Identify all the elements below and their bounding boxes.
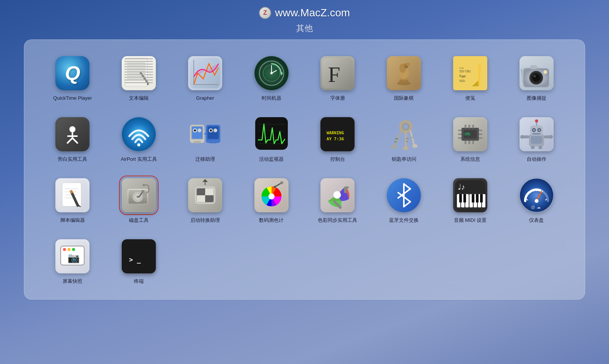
svg-rect-182 <box>459 194 462 202</box>
fontbook-icon: F <box>320 56 355 90</box>
startupdisk-icon-wrap <box>186 176 224 214</box>
svg-text:Log: Log <box>459 66 464 69</box>
keychain-icon <box>387 117 421 151</box>
screenshot-label: 屏幕快照 <box>63 278 82 285</box>
app-item-quicktime[interactable]: QuickTime Player <box>39 51 106 105</box>
svg-rect-91 <box>410 137 413 138</box>
svg-point-164 <box>333 191 341 199</box>
colorimeter-label: 数码测色计 <box>259 217 284 224</box>
svg-rect-58 <box>193 141 201 143</box>
macz-url: www.MacZ.com <box>275 7 350 19</box>
svg-point-114 <box>533 129 535 131</box>
colorimeter-icon <box>254 178 289 212</box>
svg-point-200 <box>67 248 71 251</box>
airport-icon <box>122 117 156 151</box>
svg-rect-87 <box>406 138 409 139</box>
apps-grid: QuickTime Player 文本编辑 <box>39 51 570 288</box>
activitymonitor-icon-wrap <box>253 115 290 153</box>
app-item-chess[interactable]: 国际象棋 <box>371 51 437 105</box>
colorimeter-icon-wrap <box>253 176 290 214</box>
app-item-diskutility[interactable]: 磁盘工具 <box>106 173 172 227</box>
audiomidi-icon: ♩♪ <box>453 178 487 212</box>
app-item-imagecapture[interactable]: 图像捕捉 <box>503 51 570 105</box>
scripteditor-icon-wrap <box>53 176 91 214</box>
app-item-startupdisk[interactable]: 启动转换助理 <box>172 173 239 227</box>
app-item-accessibility[interactable]: 旁白实用工具 <box>39 112 106 166</box>
svg-rect-124 <box>532 133 541 135</box>
app-item-bluetooth[interactable]: 蓝牙文件交换 <box>371 173 437 227</box>
grapher-icon-wrap <box>186 54 224 92</box>
top-bar: Z www.MacZ.com <box>259 7 350 19</box>
svg-rect-95 <box>468 125 470 128</box>
svg-text:CPU: CPU <box>465 133 470 136</box>
app-item-automator[interactable]: 自动操作 <box>503 112 570 166</box>
app-item-grapher[interactable]: Grapher <box>172 51 239 105</box>
colorsync-icon <box>320 178 355 212</box>
app-item-colorsync[interactable]: 色彩同步实用工具 <box>304 173 371 227</box>
app-item-dashboard[interactable]: @ ☁ 仪表盘 <box>503 173 570 227</box>
app-item-timemachine[interactable]: 时间机器 <box>238 51 304 105</box>
grapher-label: Grapher <box>196 95 214 102</box>
timemachine-label: 时间机器 <box>262 95 281 102</box>
svg-point-146 <box>143 192 147 196</box>
audiomidi-icon-wrap: ♩♪ <box>451 176 489 214</box>
svg-point-115 <box>538 129 540 131</box>
app-item-audiomidi[interactable]: ♩♪ 音频 MID <box>437 173 504 227</box>
svg-point-44 <box>532 74 540 82</box>
svg-point-62 <box>194 129 196 132</box>
app-item-fontbook[interactable]: F 字体册 <box>304 51 371 105</box>
svg-rect-186 <box>480 194 483 202</box>
svg-rect-185 <box>476 194 479 202</box>
app-item-migration[interactable]: 迁移助理 <box>172 112 239 166</box>
app-item-activitymonitor[interactable]: 活动监视器 <box>238 112 304 166</box>
svg-point-70 <box>210 129 212 132</box>
svg-point-82 <box>391 145 397 149</box>
svg-point-80 <box>403 124 409 130</box>
macz-logo-icon: Z <box>259 7 271 19</box>
svg-rect-99 <box>472 141 474 144</box>
bluetooth-icon <box>387 178 421 212</box>
svg-rect-84 <box>394 141 397 143</box>
app-item-terminal[interactable]: > _ 终端 <box>106 234 172 288</box>
svg-point-199 <box>63 248 66 251</box>
app-item-console[interactable]: WARNING AY 7:36 控制台 <box>304 112 371 166</box>
grapher-icon <box>188 56 222 90</box>
svg-point-117 <box>535 119 538 122</box>
svg-rect-183 <box>463 194 466 202</box>
app-item-sysinfo[interactable]: CPU 系统信息 <box>437 112 504 166</box>
console-icon-wrap: WARNING AY 7:36 <box>319 115 356 153</box>
app-item-airport[interactable]: AirPort 实用工具 <box>106 112 172 166</box>
svg-rect-96 <box>472 125 474 128</box>
svg-point-159 <box>268 193 275 199</box>
chess-label: 国际象棋 <box>394 95 414 102</box>
svg-rect-105 <box>479 137 482 139</box>
migration-icon <box>188 117 222 151</box>
svg-rect-102 <box>458 137 461 139</box>
app-item-screenshot[interactable]: 📷 屏幕快照 <box>39 234 106 288</box>
app-item-colorimeter[interactable]: 数码测色计 <box>238 173 304 227</box>
svg-text:☁: ☁ <box>537 205 541 209</box>
bluetooth-icon-wrap <box>385 176 423 214</box>
svg-point-19 <box>270 72 273 74</box>
stickies-icon: Log 555-7361 Eggs Milk <box>453 56 487 90</box>
bluetooth-label: 蓝牙文件交换 <box>389 217 419 224</box>
svg-rect-184 <box>472 194 474 202</box>
svg-rect-151 <box>196 188 205 195</box>
terminal-icon: > _ <box>122 239 156 273</box>
app-item-scripteditor[interactable]: 脚本编辑器 <box>39 173 106 227</box>
app-item-textedit[interactable]: 文本编辑 <box>106 51 172 105</box>
svg-point-121 <box>549 135 553 139</box>
svg-rect-97 <box>465 141 466 144</box>
app-item-stickies[interactable]: Log 555-7361 Eggs Milk 便笺 <box>437 51 504 105</box>
svg-point-162 <box>274 186 276 188</box>
svg-text:555-7361: 555-7361 <box>459 70 471 73</box>
svg-rect-88 <box>406 141 408 142</box>
svg-rect-153 <box>196 195 205 202</box>
automator-icon-wrap <box>518 115 556 153</box>
svg-rect-98 <box>468 141 470 144</box>
svg-point-69 <box>213 129 217 132</box>
timemachine-icon-wrap <box>253 54 290 92</box>
app-item-keychain[interactable]: 钥匙串访问 <box>371 112 437 166</box>
keychain-label: 钥匙串访问 <box>392 156 416 163</box>
svg-rect-66 <box>209 141 217 143</box>
